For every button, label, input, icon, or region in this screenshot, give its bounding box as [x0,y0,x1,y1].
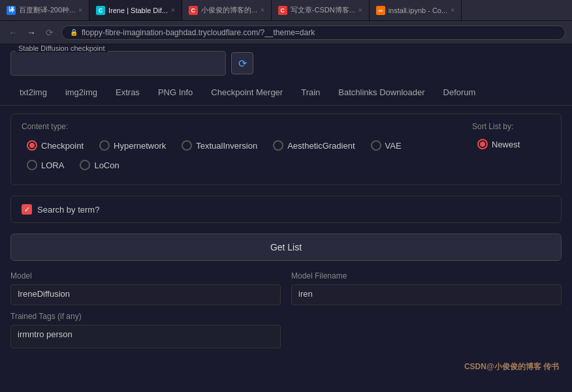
page-content: Stable Diffusion checkpoint ⟳ txt2img im… [0,44,572,363]
radio-newest[interactable]: Newest [472,136,525,152]
trained-tags-field-group: Trained Tags (if any) irmntro person [10,312,281,348]
tab-close-csdn[interactable]: × [358,7,362,14]
tab-label-install: install.ipynb - Co... [389,7,447,14]
checkpoint-input-wrapper: Stable Diffusion checkpoint [10,51,226,76]
tab-img2img[interactable]: img2img [56,81,106,105]
content-type-left: Content type: Checkpoint Hypernetwork [22,122,472,177]
filename-field-group: Model Filename iren [291,271,562,305]
radio-label-locon: LoCon [94,160,119,170]
radio-label-vae: VAE [385,141,402,151]
radio-circle-textualinversion [182,140,192,151]
model-right: Model Filename iren [291,271,562,355]
address-text: floppy-fibre-imagination-baghdad.tryclou… [82,28,315,37]
radio-circle-hypernetwork [99,140,110,151]
back-button[interactable]: ← [7,27,20,38]
trained-tags-value: irmntro person [10,325,281,348]
radio-circle-vae [371,140,381,151]
content-type-row2: LORA LoCon [22,157,472,173]
filename-value: iren [291,284,562,305]
browser-tabs: 译 百度翻译-200种... × C Irene | Stable Dif...… [0,0,572,21]
radio-checkpoint[interactable]: Checkpoint [22,138,89,153]
tab-baidu[interactable]: 译 百度翻译-200种... × [0,0,89,20]
tab-favicon-install: ∞ [376,6,385,15]
tab-close-irene[interactable]: × [171,7,175,14]
tab-train[interactable]: Train [292,81,329,105]
checkbox-section: ✓ Search by term? [10,196,562,223]
checkpoint-input[interactable] [10,51,226,76]
refresh-button[interactable]: ⟳ [231,52,253,74]
tab-label-csdn: 写文章-CSDN博客... [291,5,355,15]
checkpoint-label: Stable Diffusion checkpoint [16,44,108,52]
tab-txt2img[interactable]: txt2img [10,81,56,105]
radio-circle-newest [477,139,488,149]
tab-close-xiaojun[interactable]: × [261,7,264,14]
content-type-label: Content type: [22,122,472,131]
content-type-section: Content type: Checkpoint Hypernetwork [10,113,562,185]
lock-icon: 🔒 [70,29,78,36]
radio-locon[interactable]: LoCon [74,157,124,173]
radio-label-aestheticgradient: AestheticGradient [287,141,355,151]
content-area: Content type: Checkpoint Hypernetwork [0,106,572,363]
radio-label-lora: LORA [41,160,64,170]
tab-favicon-xiaojun: C [189,6,198,15]
tab-png-info[interactable]: PNG Info [149,81,202,105]
checkpoint-bar: Stable Diffusion checkpoint ⟳ [0,51,572,76]
tab-favicon-irene: C [96,6,105,15]
radio-circle-lora [27,160,37,170]
radio-circle-locon [80,160,90,170]
radio-lora[interactable]: LORA [22,157,69,173]
radio-textualinversion[interactable]: TextualInversion [176,138,262,153]
tab-label-xiaojun: 小俊俊的博客的... [201,5,257,15]
tab-close-baidu[interactable]: × [78,7,82,14]
tab-favicon-baidu: 译 [7,6,16,15]
tab-label-irene: Irene | Stable Dif... [108,7,168,14]
address-bar[interactable]: 🔒 floppy-fibre-imagination-baghdad.trycl… [61,25,565,40]
search-checkbox[interactable]: ✓ [22,204,32,215]
model-left: Model IreneDiffusion Trained Tags (if an… [10,271,281,355]
radio-aestheticgradient[interactable]: AestheticGradient [268,138,360,153]
tab-extras[interactable]: Extras [106,81,149,105]
get-list-button[interactable]: Get List [10,234,562,261]
browser-omnibar: ← → ⟳ 🔒 floppy-fibre-imagination-baghdad… [0,21,572,44]
content-type-row1: Checkpoint Hypernetwork TextualInversion [22,138,472,153]
tab-install[interactable]: ∞ install.ipynb - Co... × [370,0,462,20]
sort-section: Sort List by: Newest [472,122,550,152]
forward-button[interactable]: → [25,27,38,38]
tab-csdn[interactable]: C 写文章-CSDN博客... × [272,0,370,20]
model-field-group: Model IreneDiffusion [10,271,281,305]
tab-favicon-csdn: C [278,6,287,15]
trained-tags-label: Trained Tags (if any) [10,312,281,321]
model-section: Model IreneDiffusion Trained Tags (if an… [10,271,562,355]
radio-hypernetwork[interactable]: Hypernetwork [94,138,171,153]
tab-checkpoint-merger[interactable]: Checkpoint Merger [202,81,292,105]
tab-label-baidu: 百度翻译-200种... [19,5,75,15]
filename-label: Model Filename [291,271,562,280]
nav-tabs: txt2img img2img Extras PNG Info Checkpoi… [0,81,572,106]
radio-label-textualinversion: TextualInversion [196,141,257,151]
model-field-label: Model [10,271,281,280]
radio-label-checkpoint: Checkpoint [41,141,84,151]
radio-circle-checkpoint [27,140,37,151]
tab-deforum[interactable]: Deforum [434,81,485,105]
radio-vae[interactable]: VAE [366,138,407,153]
tab-irene[interactable]: C Irene | Stable Dif... × [89,0,182,20]
model-field-value: IreneDiffusion [10,284,281,305]
radio-circle-aestheticgradient [273,140,283,151]
reload-button[interactable]: ⟳ [43,27,56,38]
tab-close-install[interactable]: × [451,7,454,14]
tab-xiaojun[interactable]: C 小俊俊的博客的... × [182,0,272,20]
radio-label-hypernetwork: Hypernetwork [114,141,166,151]
sort-label: Sort List by: [472,122,513,131]
tab-batchlinks[interactable]: Batchlinks Downloader [329,81,434,105]
search-checkbox-label: Search by term? [37,205,99,215]
radio-label-newest: Newest [492,140,520,149]
